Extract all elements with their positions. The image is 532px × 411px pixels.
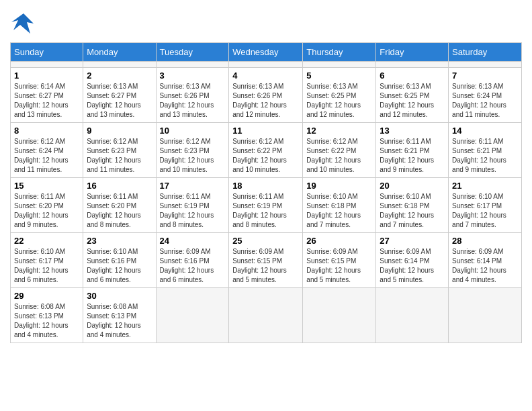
- day-number: 23: [87, 236, 152, 246]
- day-number: 10: [160, 126, 226, 136]
- calendar-table: SundayMondayTuesdayWednesdayThursdayFrid…: [10, 42, 522, 343]
- calendar-cell: 18Sunrise: 6:11 AMSunset: 6:19 PMDayligh…: [229, 178, 303, 233]
- calendar-cell: 11Sunrise: 6:12 AMSunset: 6:22 PMDayligh…: [229, 123, 303, 178]
- day-of-week-header: Saturday: [449, 43, 522, 62]
- calendar-cell: 25Sunrise: 6:09 AMSunset: 6:15 PMDayligh…: [229, 233, 303, 288]
- day-number: 16: [87, 181, 152, 191]
- day-number: 6: [380, 71, 445, 81]
- day-number: 22: [14, 236, 79, 246]
- day-number: 14: [452, 126, 518, 136]
- day-info: Sunrise: 6:13 AMSunset: 6:25 PMDaylight:…: [380, 82, 445, 120]
- day-info: Sunrise: 6:12 AMSunset: 6:22 PMDaylight:…: [232, 137, 299, 175]
- day-info: Sunrise: 6:11 AMSunset: 6:21 PMDaylight:…: [452, 137, 518, 175]
- day-info: Sunrise: 6:11 AMSunset: 6:20 PMDaylight:…: [14, 192, 79, 230]
- day-info: Sunrise: 6:10 AMSunset: 6:16 PMDaylight:…: [87, 247, 152, 285]
- day-number: 11: [232, 126, 299, 136]
- calendar-cell: 2Sunrise: 6:13 AMSunset: 6:27 PMDaylight…: [83, 68, 156, 123]
- calendar-cell: 5Sunrise: 6:13 AMSunset: 6:25 PMDaylight…: [303, 68, 376, 123]
- calendar-week-row: 8Sunrise: 6:12 AMSunset: 6:24 PMDaylight…: [11, 123, 522, 178]
- day-number: 4: [232, 71, 299, 81]
- day-info: Sunrise: 6:09 AMSunset: 6:14 PMDaylight:…: [380, 247, 445, 285]
- day-info: Sunrise: 6:08 AMSunset: 6:13 PMDaylight:…: [87, 302, 152, 340]
- calendar-cell: 26Sunrise: 6:09 AMSunset: 6:15 PMDayligh…: [303, 233, 376, 288]
- calendar-cell: [83, 62, 156, 68]
- day-number: 21: [452, 181, 518, 191]
- day-of-week-header: Sunday: [11, 43, 83, 62]
- day-of-week-header: Wednesday: [229, 43, 303, 62]
- day-info: Sunrise: 6:09 AMSunset: 6:16 PMDaylight:…: [160, 247, 226, 285]
- calendar-cell: 6Sunrise: 6:13 AMSunset: 6:25 PMDaylight…: [376, 68, 449, 123]
- calendar-header-row: SundayMondayTuesdayWednesdayThursdayFrid…: [11, 43, 522, 62]
- day-number: 7: [452, 71, 518, 81]
- day-number: 15: [14, 181, 79, 191]
- day-of-week-header: Monday: [83, 43, 156, 62]
- calendar-cell: [376, 288, 449, 343]
- day-number: 9: [87, 126, 152, 136]
- logo-bird-icon: [10, 10, 37, 37]
- calendar-week-row: 29Sunrise: 6:08 AMSunset: 6:13 PMDayligh…: [11, 288, 522, 343]
- day-info: Sunrise: 6:12 AMSunset: 6:24 PMDaylight:…: [14, 137, 79, 175]
- calendar-cell: 29Sunrise: 6:08 AMSunset: 6:13 PMDayligh…: [11, 288, 83, 343]
- day-info: Sunrise: 6:11 AMSunset: 6:19 PMDaylight:…: [160, 192, 226, 230]
- day-info: Sunrise: 6:11 AMSunset: 6:19 PMDaylight:…: [232, 192, 299, 230]
- calendar-cell: [156, 62, 229, 68]
- day-number: 12: [306, 126, 372, 136]
- day-info: Sunrise: 6:11 AMSunset: 6:21 PMDaylight:…: [380, 137, 445, 175]
- day-number: 27: [380, 236, 445, 246]
- day-info: Sunrise: 6:13 AMSunset: 6:26 PMDaylight:…: [232, 82, 299, 120]
- calendar-cell: 28Sunrise: 6:09 AMSunset: 6:14 PMDayligh…: [449, 233, 522, 288]
- day-info: Sunrise: 6:13 AMSunset: 6:27 PMDaylight:…: [87, 82, 152, 120]
- day-info: Sunrise: 6:13 AMSunset: 6:25 PMDaylight:…: [306, 82, 372, 120]
- calendar-cell: [229, 62, 303, 68]
- day-number: 29: [14, 291, 79, 301]
- calendar-cell: 1Sunrise: 6:14 AMSunset: 6:27 PMDaylight…: [11, 68, 83, 123]
- calendar-cell: [449, 288, 522, 343]
- day-number: 1: [14, 71, 79, 81]
- calendar-cell: 21Sunrise: 6:10 AMSunset: 6:17 PMDayligh…: [449, 178, 522, 233]
- calendar-cell: 4Sunrise: 6:13 AMSunset: 6:26 PMDaylight…: [229, 68, 303, 123]
- calendar-cell: 16Sunrise: 6:11 AMSunset: 6:20 PMDayligh…: [83, 178, 156, 233]
- calendar-cell: [11, 62, 83, 68]
- calendar-week-row: 22Sunrise: 6:10 AMSunset: 6:17 PMDayligh…: [11, 233, 522, 288]
- day-number: 8: [14, 126, 79, 136]
- calendar-cell: 7Sunrise: 6:13 AMSunset: 6:24 PMDaylight…: [449, 68, 522, 123]
- day-number: 25: [232, 236, 299, 246]
- calendar-cell: 8Sunrise: 6:12 AMSunset: 6:24 PMDaylight…: [11, 123, 83, 178]
- day-number: 13: [380, 126, 445, 136]
- day-info: Sunrise: 6:10 AMSunset: 6:18 PMDaylight:…: [306, 192, 372, 230]
- day-info: Sunrise: 6:09 AMSunset: 6:15 PMDaylight:…: [306, 247, 372, 285]
- svg-marker-0: [11, 13, 34, 34]
- day-info: Sunrise: 6:12 AMSunset: 6:23 PMDaylight:…: [87, 137, 152, 175]
- day-info: Sunrise: 6:14 AMSunset: 6:27 PMDaylight:…: [14, 82, 79, 120]
- day-of-week-header: Thursday: [303, 43, 376, 62]
- day-info: Sunrise: 6:10 AMSunset: 6:18 PMDaylight:…: [380, 192, 445, 230]
- day-number: 3: [160, 71, 226, 81]
- calendar-cell: 23Sunrise: 6:10 AMSunset: 6:16 PMDayligh…: [83, 233, 156, 288]
- calendar-cell: 20Sunrise: 6:10 AMSunset: 6:18 PMDayligh…: [376, 178, 449, 233]
- day-info: Sunrise: 6:13 AMSunset: 6:26 PMDaylight:…: [160, 82, 226, 120]
- day-number: 18: [232, 181, 299, 191]
- day-of-week-header: Tuesday: [156, 43, 229, 62]
- day-number: 20: [380, 181, 445, 191]
- day-number: 26: [306, 236, 372, 246]
- day-info: Sunrise: 6:12 AMSunset: 6:22 PMDaylight:…: [306, 137, 372, 175]
- calendar-cell: 12Sunrise: 6:12 AMSunset: 6:22 PMDayligh…: [303, 123, 376, 178]
- day-number: 17: [160, 181, 226, 191]
- day-info: Sunrise: 6:13 AMSunset: 6:24 PMDaylight:…: [452, 82, 518, 120]
- calendar-cell: 30Sunrise: 6:08 AMSunset: 6:13 PMDayligh…: [83, 288, 156, 343]
- day-number: 30: [87, 291, 152, 301]
- calendar-cell: 17Sunrise: 6:11 AMSunset: 6:19 PMDayligh…: [156, 178, 229, 233]
- day-info: Sunrise: 6:10 AMSunset: 6:17 PMDaylight:…: [452, 192, 518, 230]
- logo: [10, 10, 40, 37]
- day-number: 24: [160, 236, 226, 246]
- calendar-cell: 24Sunrise: 6:09 AMSunset: 6:16 PMDayligh…: [156, 233, 229, 288]
- day-info: Sunrise: 6:08 AMSunset: 6:13 PMDaylight:…: [14, 302, 79, 340]
- calendar-week-row: 15Sunrise: 6:11 AMSunset: 6:20 PMDayligh…: [11, 178, 522, 233]
- calendar-cell: 15Sunrise: 6:11 AMSunset: 6:20 PMDayligh…: [11, 178, 83, 233]
- calendar-cell: [449, 62, 522, 68]
- calendar-cell: 19Sunrise: 6:10 AMSunset: 6:18 PMDayligh…: [303, 178, 376, 233]
- calendar-cell: 22Sunrise: 6:10 AMSunset: 6:17 PMDayligh…: [11, 233, 83, 288]
- calendar-cell: 27Sunrise: 6:09 AMSunset: 6:14 PMDayligh…: [376, 233, 449, 288]
- calendar-cell: [303, 288, 376, 343]
- calendar-week-row: 1Sunrise: 6:14 AMSunset: 6:27 PMDaylight…: [11, 68, 522, 123]
